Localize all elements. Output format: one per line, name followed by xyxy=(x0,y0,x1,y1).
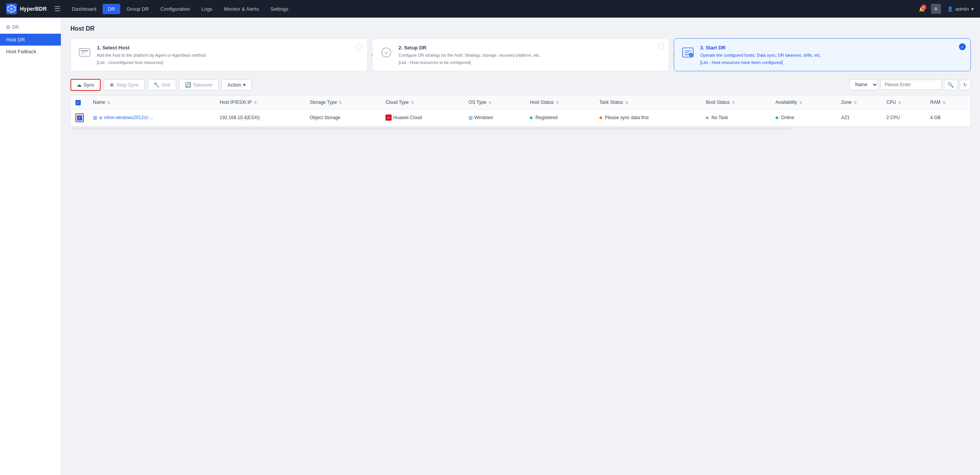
nav-logs[interactable]: Logs xyxy=(196,4,217,14)
availability-text: Online xyxy=(781,115,794,120)
sync-icon: ☁ xyxy=(77,82,82,88)
svg-rect-2 xyxy=(81,50,88,51)
notification-bell[interactable]: 🔔 6 xyxy=(919,6,925,12)
sort-icon-cpu[interactable]: ⇅ xyxy=(898,100,901,105)
step3-status-check: ✓ xyxy=(959,43,966,50)
sidebar-item-host-dr[interactable]: Host DR xyxy=(0,34,61,46)
takeover-button[interactable]: 🔄 Takeover xyxy=(179,79,219,90)
search-area: Name 🔍 ↻ xyxy=(849,79,971,90)
step3-title: 3. Start DR xyxy=(700,45,821,51)
cell-storage-type: Object Storage xyxy=(305,109,381,126)
task-status-text: Please sync data first xyxy=(605,115,648,120)
header-cpu: CPU ⇅ xyxy=(882,96,926,110)
nav-monitor-alerts[interactable]: Monitor & Alerts xyxy=(218,4,264,14)
header-ram: RAM ⇅ xyxy=(926,96,970,110)
task-status-dot xyxy=(599,116,602,119)
boot-status-text: No Task xyxy=(712,115,728,120)
host-ip-text: 192.168.10.4(ESXi) xyxy=(220,115,260,120)
nav-dr[interactable]: DR xyxy=(103,4,121,14)
sort-icon-os[interactable]: ⇅ xyxy=(488,100,492,105)
storage-type-text: Object Storage xyxy=(310,115,340,120)
sidebar: ⊞ DR Host DR Host Failback xyxy=(0,18,61,475)
sort-icon-cloud[interactable]: ⇅ xyxy=(411,100,414,105)
cell-zone: AZ1 xyxy=(836,109,882,126)
page-title: Host DR xyxy=(70,25,971,32)
step2-title: 2. Setup DR xyxy=(399,45,541,51)
nav-configuration[interactable]: Configuration xyxy=(155,4,195,14)
sort-icon-task[interactable]: ⇅ xyxy=(625,100,628,105)
step3-desc: Operate the configured hosts: Data sync,… xyxy=(700,52,821,59)
sort-icon-storage[interactable]: ⇅ xyxy=(339,100,342,105)
main-content: Host DR 1. Select Host xyxy=(61,18,980,475)
table-header-row: ✓ Name ⇅ Host IP/ESXi IP ⇅ Storage Type xyxy=(71,96,970,110)
nav-settings[interactable]: Settings xyxy=(265,4,294,14)
step2-icon xyxy=(379,45,394,60)
step3-icon xyxy=(680,45,696,60)
zone-text: AZ1 xyxy=(841,115,849,120)
help-icon[interactable]: A xyxy=(931,4,941,14)
nav-group-dr[interactable]: Group DR xyxy=(121,4,154,14)
sync-button[interactable]: ☁ Sync xyxy=(70,79,101,91)
user-menu[interactable]: 👤 admin ▾ xyxy=(947,6,974,12)
sort-icon-ram[interactable]: ⇅ xyxy=(942,100,946,105)
toolbar: ☁ Sync ⏹ Stop Sync 🔧 Drill 🔄 Takeover Ac… xyxy=(70,79,971,91)
sort-icon-name[interactable]: ⇅ xyxy=(107,100,110,105)
cell-availability: Online xyxy=(771,109,836,126)
step1-link[interactable]: [List - Unconfigured host resources] xyxy=(97,60,207,65)
search-input[interactable] xyxy=(880,80,942,90)
sort-icon-host-ip[interactable]: ⇅ xyxy=(254,100,257,105)
action-label: Action xyxy=(227,82,241,88)
stop-sync-icon: ⏹ xyxy=(109,82,114,88)
steps-row: 1. Select Host Add the host to the platf… xyxy=(70,38,971,71)
sort-icon-boot[interactable]: ⇅ xyxy=(732,100,735,105)
cpu-text: 2 CPU xyxy=(886,115,900,120)
sort-icon-zone[interactable]: ⇅ xyxy=(854,100,857,105)
huawei-cloud-icon: H xyxy=(385,115,392,121)
table-row: ✓ ⊞ 🖥 mhm-windows2012r2-... 192.168.10.4 xyxy=(71,109,970,126)
sidebar-item-host-failback[interactable]: Host Failback xyxy=(0,46,61,57)
row-checkbox[interactable]: ✓ xyxy=(77,115,82,121)
cell-ram: 4 GB xyxy=(926,109,970,126)
step2-link[interactable]: [List - Host resources to be configured] xyxy=(399,60,541,65)
nav-menu: Dashboard DR Group DR Configuration Logs… xyxy=(67,4,919,14)
header-cloud-type: Cloud Type ⇅ xyxy=(381,96,464,110)
step-card-2: 2. Setup DR Configure DR strategy for th… xyxy=(372,38,669,71)
host-status-dot xyxy=(530,116,532,119)
header-os-type: OS Type ⇅ xyxy=(464,96,525,110)
select-all-checkbox[interactable]: ✓ xyxy=(75,100,81,105)
step1-arrow: › xyxy=(371,51,373,58)
cell-host-status: Registered xyxy=(525,109,595,126)
ram-text: 4 GB xyxy=(930,115,941,120)
host-name-text: mhm-windows2012r2-... xyxy=(104,115,153,120)
windows-icon: ⊞ xyxy=(93,115,97,121)
sort-icon-avail[interactable]: ⇅ xyxy=(799,100,802,105)
sort-icon-host-status[interactable]: ⇅ xyxy=(556,100,559,105)
scrollbar-track[interactable] xyxy=(71,127,791,129)
step2-arrow: › xyxy=(673,51,675,58)
drill-icon: 🔧 xyxy=(154,82,160,88)
drill-button[interactable]: 🔧 Drill xyxy=(148,79,176,90)
search-field-select[interactable]: Name xyxy=(849,79,878,90)
header-host-ip: Host IP/ESXi IP ⇅ xyxy=(215,96,305,110)
search-button[interactable]: 🔍 xyxy=(944,80,957,90)
username: admin xyxy=(956,6,969,12)
header-task-status: Task Status ⇅ xyxy=(595,96,701,110)
refresh-button[interactable]: ↻ xyxy=(960,80,971,90)
step2-status-circle xyxy=(658,43,664,49)
step-card-3: 3. Start DR Operate the configured hosts… xyxy=(674,38,971,71)
user-icon: 👤 xyxy=(947,6,953,12)
action-dropdown[interactable]: Action ▾ xyxy=(222,79,252,90)
stop-sync-button[interactable]: ⏹ Stop Sync xyxy=(104,79,145,90)
step3-link[interactable]: [List - Host resources have been configu… xyxy=(700,60,821,65)
app-name: HyperBDR xyxy=(20,6,47,12)
horizontal-scrollbar[interactable] xyxy=(71,126,970,129)
header-zone: Zone ⇅ xyxy=(836,96,882,110)
header-storage-type: Storage Type ⇅ xyxy=(305,96,381,110)
nav-dashboard[interactable]: Dashboard xyxy=(67,4,102,14)
takeover-icon: 🔄 xyxy=(185,82,191,88)
app-logo[interactable]: HyperBDR xyxy=(6,3,47,14)
header-checkbox-cell[interactable]: ✓ xyxy=(71,96,88,110)
host-name-link[interactable]: ⊞ 🖥 mhm-windows2012r2-... xyxy=(93,115,211,121)
hamburger-icon[interactable]: ☰ xyxy=(54,5,60,13)
row-checkbox-cell[interactable]: ✓ xyxy=(71,109,88,126)
